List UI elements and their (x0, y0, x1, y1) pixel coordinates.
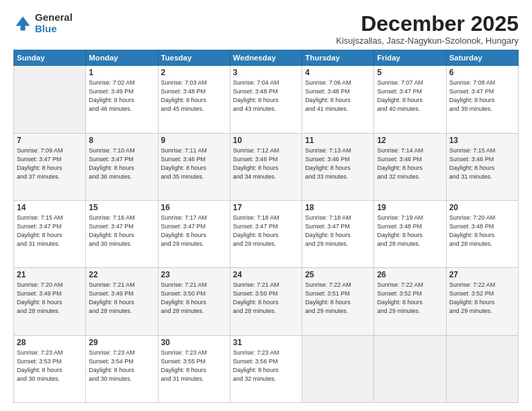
table-row: 29Sunrise: 7:23 AM Sunset: 3:54 PM Dayli… (86, 335, 158, 402)
day-info: Sunrise: 7:22 AM Sunset: 3:52 PM Dayligh… (449, 281, 515, 316)
day-info: Sunrise: 7:23 AM Sunset: 3:54 PM Dayligh… (89, 349, 154, 383)
day-info: Sunrise: 7:06 AM Sunset: 3:48 PM Dayligh… (305, 79, 371, 113)
table-row: 28Sunrise: 7:23 AM Sunset: 3:53 PM Dayli… (14, 335, 86, 402)
day-info: Sunrise: 7:04 AM Sunset: 3:48 PM Dayligh… (233, 79, 299, 113)
day-number: 15 (89, 203, 154, 212)
logo-icon (13, 14, 32, 33)
table-row: 1Sunrise: 7:02 AM Sunset: 3:49 PM Daylig… (86, 66, 158, 133)
table-row (374, 335, 446, 402)
day-info: Sunrise: 7:11 AM Sunset: 3:46 PM Dayligh… (161, 146, 227, 181)
day-info: Sunrise: 7:20 AM Sunset: 3:48 PM Dayligh… (449, 214, 515, 248)
table-row: 16Sunrise: 7:17 AM Sunset: 3:47 PM Dayli… (158, 200, 230, 267)
day-info: Sunrise: 7:03 AM Sunset: 3:48 PM Dayligh… (161, 79, 227, 113)
col-sunday: Sunday (14, 50, 86, 66)
table-row: 10Sunrise: 7:12 AM Sunset: 3:46 PM Dayli… (230, 133, 302, 200)
table-row: 25Sunrise: 7:22 AM Sunset: 3:51 PM Dayli… (302, 268, 374, 335)
day-info: Sunrise: 7:23 AM Sunset: 3:53 PM Dayligh… (17, 349, 83, 383)
logo-text: General Blue (35, 12, 73, 34)
table-row: 23Sunrise: 7:21 AM Sunset: 3:50 PM Dayli… (158, 268, 230, 335)
calendar-table: Sunday Monday Tuesday Wednesday Thursday… (13, 50, 519, 403)
table-row: 12Sunrise: 7:14 AM Sunset: 3:46 PM Dayli… (374, 133, 446, 200)
table-row: 2Sunrise: 7:03 AM Sunset: 3:48 PM Daylig… (158, 66, 230, 133)
col-thursday: Thursday (302, 50, 374, 66)
day-number: 21 (17, 270, 83, 279)
day-number: 16 (161, 203, 227, 212)
day-info: Sunrise: 7:18 AM Sunset: 3:47 PM Dayligh… (233, 214, 299, 248)
day-number: 9 (161, 136, 227, 145)
day-number: 3 (233, 68, 299, 77)
table-row: 3Sunrise: 7:04 AM Sunset: 3:48 PM Daylig… (230, 66, 302, 133)
day-number: 31 (233, 338, 299, 347)
day-info: Sunrise: 7:21 AM Sunset: 3:50 PM Dayligh… (161, 281, 227, 316)
table-row: 11Sunrise: 7:13 AM Sunset: 3:46 PM Dayli… (302, 133, 374, 200)
day-info: Sunrise: 7:17 AM Sunset: 3:47 PM Dayligh… (161, 214, 227, 248)
table-row: 17Sunrise: 7:18 AM Sunset: 3:47 PM Dayli… (230, 200, 302, 267)
day-number: 2 (161, 68, 227, 77)
calendar-title: December 2025 (336, 12, 519, 36)
day-number: 8 (89, 136, 154, 145)
col-saturday: Saturday (446, 50, 518, 66)
day-info: Sunrise: 7:16 AM Sunset: 3:47 PM Dayligh… (89, 214, 154, 248)
table-row: 13Sunrise: 7:15 AM Sunset: 3:46 PM Dayli… (446, 133, 518, 200)
table-row: 30Sunrise: 7:23 AM Sunset: 3:55 PM Dayli… (158, 335, 230, 402)
day-number: 20 (449, 203, 515, 212)
day-info: Sunrise: 7:12 AM Sunset: 3:46 PM Dayligh… (233, 146, 299, 181)
calendar-subtitle: Kisujszallas, Jasz-Nagykun-Szolonok, Hun… (336, 36, 519, 46)
day-info: Sunrise: 7:20 AM Sunset: 3:49 PM Dayligh… (17, 281, 83, 316)
table-row: 19Sunrise: 7:19 AM Sunset: 3:48 PM Dayli… (374, 200, 446, 267)
title-block: December 2025 Kisujszallas, Jasz-Nagykun… (336, 12, 519, 46)
day-number: 14 (17, 203, 83, 212)
day-number: 1 (89, 68, 154, 77)
day-info: Sunrise: 7:15 AM Sunset: 3:47 PM Dayligh… (17, 214, 83, 248)
header: General Blue December 2025 Kisujszallas,… (13, 12, 519, 46)
day-number: 13 (449, 136, 515, 145)
svg-marker-0 (16, 16, 30, 30)
week-row-1: 1Sunrise: 7:02 AM Sunset: 3:49 PM Daylig… (14, 66, 519, 133)
day-number: 26 (377, 270, 443, 279)
day-info: Sunrise: 7:15 AM Sunset: 3:46 PM Dayligh… (449, 146, 515, 181)
header-row: Sunday Monday Tuesday Wednesday Thursday… (14, 50, 519, 66)
day-info: Sunrise: 7:19 AM Sunset: 3:48 PM Dayligh… (377, 214, 443, 248)
day-info: Sunrise: 7:23 AM Sunset: 3:56 PM Dayligh… (233, 349, 299, 383)
day-info: Sunrise: 7:21 AM Sunset: 3:49 PM Dayligh… (89, 281, 154, 316)
day-number: 25 (305, 270, 371, 279)
day-number: 24 (233, 270, 299, 279)
week-row-4: 21Sunrise: 7:20 AM Sunset: 3:49 PM Dayli… (14, 268, 519, 335)
day-number: 28 (17, 338, 83, 347)
day-info: Sunrise: 7:09 AM Sunset: 3:47 PM Dayligh… (17, 146, 83, 181)
day-info: Sunrise: 7:21 AM Sunset: 3:50 PM Dayligh… (233, 281, 299, 316)
table-row: 22Sunrise: 7:21 AM Sunset: 3:49 PM Dayli… (86, 268, 158, 335)
day-number: 19 (377, 203, 443, 212)
table-row: 18Sunrise: 7:18 AM Sunset: 3:47 PM Dayli… (302, 200, 374, 267)
day-number: 18 (305, 203, 371, 212)
day-number: 12 (377, 136, 443, 145)
day-number: 27 (449, 270, 515, 279)
table-row: 20Sunrise: 7:20 AM Sunset: 3:48 PM Dayli… (446, 200, 518, 267)
table-row: 21Sunrise: 7:20 AM Sunset: 3:49 PM Dayli… (14, 268, 86, 335)
day-info: Sunrise: 7:10 AM Sunset: 3:47 PM Dayligh… (89, 146, 154, 181)
day-info: Sunrise: 7:18 AM Sunset: 3:47 PM Dayligh… (305, 214, 371, 248)
day-number: 5 (377, 68, 443, 77)
day-info: Sunrise: 7:02 AM Sunset: 3:49 PM Dayligh… (89, 79, 154, 113)
week-row-3: 14Sunrise: 7:15 AM Sunset: 3:47 PM Dayli… (14, 200, 519, 267)
table-row: 4Sunrise: 7:06 AM Sunset: 3:48 PM Daylig… (302, 66, 374, 133)
table-row: 8Sunrise: 7:10 AM Sunset: 3:47 PM Daylig… (86, 133, 158, 200)
table-row: 27Sunrise: 7:22 AM Sunset: 3:52 PM Dayli… (446, 268, 518, 335)
day-number: 11 (305, 136, 371, 145)
table-row (14, 66, 86, 133)
table-row (446, 335, 518, 402)
day-info: Sunrise: 7:13 AM Sunset: 3:46 PM Dayligh… (305, 146, 371, 181)
col-wednesday: Wednesday (230, 50, 302, 66)
day-number: 29 (89, 338, 154, 347)
week-row-5: 28Sunrise: 7:23 AM Sunset: 3:53 PM Dayli… (14, 335, 519, 402)
logo-general-text: General (35, 12, 73, 24)
day-info: Sunrise: 7:07 AM Sunset: 3:47 PM Dayligh… (377, 79, 443, 113)
day-number: 6 (449, 68, 515, 77)
day-number: 4 (305, 68, 371, 77)
day-number: 10 (233, 136, 299, 145)
day-info: Sunrise: 7:23 AM Sunset: 3:55 PM Dayligh… (161, 349, 227, 383)
day-number: 7 (17, 136, 83, 145)
table-row: 26Sunrise: 7:22 AM Sunset: 3:52 PM Dayli… (374, 268, 446, 335)
day-number: 22 (89, 270, 154, 279)
col-tuesday: Tuesday (158, 50, 230, 66)
